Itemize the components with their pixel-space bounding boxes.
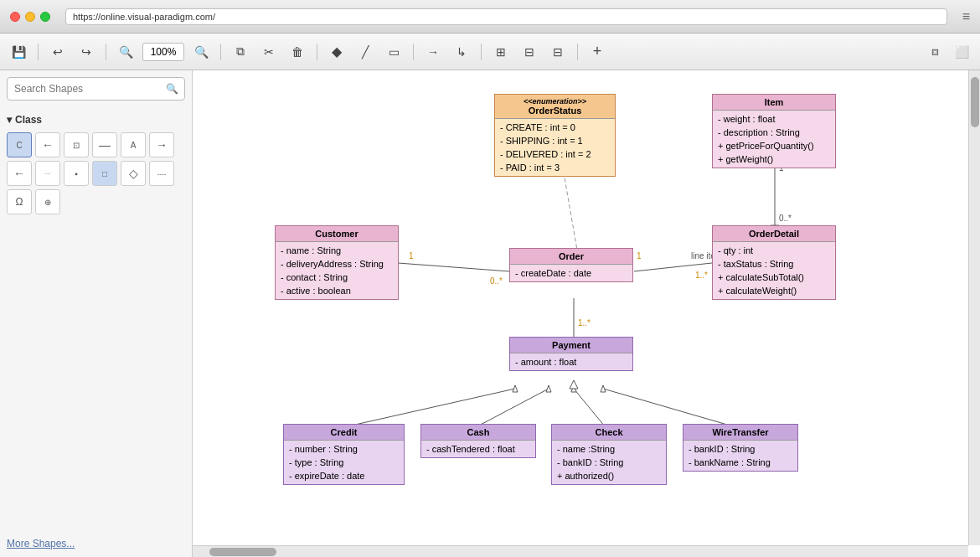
chk-attr-2: - bankID : String xyxy=(557,456,661,469)
order-body: - createDate : date xyxy=(510,265,632,281)
elbow-arrow-button[interactable]: ↳ xyxy=(450,40,473,64)
add-button[interactable]: + xyxy=(585,40,609,64)
item-body: - weight : float - description : String … xyxy=(713,111,835,168)
wire-transfer-header: WireTransfer xyxy=(683,425,797,441)
wt-attr-2: - bankName : String xyxy=(689,456,792,469)
shape-inherit[interactable]: ← xyxy=(35,132,60,157)
svg-marker-17 xyxy=(513,385,518,392)
od-attr-1: - qty : int xyxy=(718,244,830,257)
scrollbar-vertical[interactable] xyxy=(968,70,980,545)
shape-omega[interactable]: Ω xyxy=(7,189,32,214)
svg-marker-21 xyxy=(571,385,576,392)
cr-attr-1: - number : String xyxy=(289,442,399,456)
url-text: https://online.visual-paradigm.com/ xyxy=(73,12,215,22)
class-label: Class xyxy=(15,114,42,126)
copy-button[interactable]: ⧉ xyxy=(229,40,252,64)
shape-dots-h[interactable]: ··· xyxy=(35,161,60,186)
cust-attr-4: - active : boolean xyxy=(281,284,393,297)
shape-class[interactable]: C xyxy=(7,132,32,157)
wire-transfer-body: - bankID : String - bankName : String xyxy=(683,441,797,471)
url-bar[interactable]: https://online.visual-paradigm.com/ xyxy=(65,8,947,25)
undo-button[interactable]: ↩ xyxy=(46,40,70,64)
rect-button[interactable]: ▭ xyxy=(382,40,405,64)
cash-class[interactable]: Cash - cashTendered : float xyxy=(420,424,536,458)
shape-dashed[interactable]: ---- xyxy=(149,161,174,186)
wire-transfer-class[interactable]: WireTransfer - bankID : String - bankNam… xyxy=(683,424,798,472)
cut-button[interactable]: ✂ xyxy=(257,40,281,64)
order-header: Order xyxy=(510,249,632,265)
od-attr-3: + calculateSubTotal() xyxy=(718,271,830,284)
group-button[interactable]: ⊞ xyxy=(489,40,513,64)
minimize-button[interactable] xyxy=(25,12,35,22)
separator xyxy=(106,44,106,60)
more-shapes-link[interactable]: More Shapes... xyxy=(7,538,75,549)
od-attr-4: + calculateWeight() xyxy=(718,284,830,297)
zoom-input[interactable]: 100% xyxy=(142,43,184,61)
order-status-class[interactable]: <<enumeration>> OrderStatus - CREATE : i… xyxy=(494,94,616,177)
panel-button[interactable]: ⧈ xyxy=(923,40,946,64)
cash-attr-1: - cashTendered : float xyxy=(426,442,530,456)
check-class[interactable]: Check - name :String - bankID : String +… xyxy=(551,424,667,485)
chk-attr-1: - name :String xyxy=(557,442,661,456)
customer-class[interactable]: Customer - name : String - deliveryAddre… xyxy=(275,225,399,300)
svg-text:1..*: 1..* xyxy=(695,271,708,280)
item-class[interactable]: Item - weight : float - description : St… xyxy=(712,94,836,168)
fullscreen-btn[interactable]: ⬜ xyxy=(950,40,973,64)
menu-icon[interactable]: ≡ xyxy=(962,9,970,24)
shape-text[interactable]: ⊡ xyxy=(64,132,89,157)
wt-attr-1: - bankID : String xyxy=(689,442,792,456)
shape-box-sm[interactable]: ▪ xyxy=(64,161,89,186)
cash-body: - cashTendered : float xyxy=(421,441,535,457)
payment-class[interactable]: Payment - amount : float xyxy=(509,337,633,371)
ungroup-button[interactable]: ⊟ xyxy=(518,40,541,64)
svg-marker-23 xyxy=(601,385,606,392)
svg-text:1: 1 xyxy=(409,251,414,260)
shape-box-lg[interactable]: □ xyxy=(92,161,117,186)
save-button[interactable]: 💾 xyxy=(7,40,30,64)
svg-marker-24 xyxy=(570,380,578,389)
order-detail-class[interactable]: OrderDetail - qty : int - taxStatus : St… xyxy=(712,225,836,300)
order-attr-1: - createDate : date xyxy=(515,266,627,280)
zoom-out-button[interactable]: 🔍 xyxy=(114,40,137,64)
toolbar: 💾 ↩ ↪ 🔍 100% 🔍 ⧉ ✂ 🗑 ◆ ╱ ▭ → ↳ ⊞ ⊟ ⊟ + ⧈… xyxy=(0,34,980,70)
cust-attr-3: - contact : String xyxy=(281,271,393,284)
collapse-icon: ▾ xyxy=(7,114,12,126)
search-icon: 🔍 xyxy=(166,83,178,95)
customer-header: Customer xyxy=(276,226,398,242)
arrow-button[interactable]: → xyxy=(421,40,445,64)
credit-body: - number : String - type : String - expi… xyxy=(284,441,404,484)
redo-button[interactable]: ↪ xyxy=(75,40,98,64)
line-button[interactable]: ╱ xyxy=(353,40,377,64)
close-button[interactable] xyxy=(10,12,20,22)
order-class[interactable]: Order - createDate : date xyxy=(509,248,633,282)
shape-crosshair[interactable]: ⊕ xyxy=(35,189,60,214)
search-wrap: 🔍 xyxy=(7,77,185,101)
zoom-in-button[interactable]: 🔍 xyxy=(189,40,213,64)
svg-line-16 xyxy=(348,389,515,426)
fill-button[interactable]: ◆ xyxy=(325,40,348,64)
shape-arrow-right[interactable]: → xyxy=(149,132,174,157)
order-status-name: OrderStatus xyxy=(500,106,610,116)
canvas-area[interactable]: 1 1 0..* 1 0..* 1 line item 1..* xyxy=(193,70,980,557)
traffic-lights xyxy=(10,12,50,22)
delete-button[interactable]: 🗑 xyxy=(286,40,309,64)
shape-line[interactable]: — xyxy=(92,132,117,157)
cr-attr-2: - type : String xyxy=(289,456,399,469)
cash-header: Cash xyxy=(421,425,535,441)
os-attr-1: - CREATE : int = 0 xyxy=(500,121,610,134)
class-header[interactable]: ▾ Class xyxy=(7,111,185,129)
shape-diamond[interactable]: ◇ xyxy=(121,161,146,186)
fullscreen-button[interactable] xyxy=(40,12,50,22)
payment-body: - amount : float xyxy=(510,353,632,370)
customer-body: - name : String - deliveryAddress : Stri… xyxy=(276,242,398,299)
shape-arrow-left[interactable]: ← xyxy=(7,161,32,186)
search-input[interactable] xyxy=(7,77,185,101)
align-button[interactable]: ⊟ xyxy=(546,40,570,64)
scrollbar-horizontal[interactable] xyxy=(193,545,968,557)
credit-class[interactable]: Credit - number : String - type : String… xyxy=(283,424,405,485)
order-status-header: <<enumeration>> OrderStatus xyxy=(495,95,615,119)
separator xyxy=(317,44,317,60)
sidebar: 🔍 ▾ Class C ← ⊡ — A → ← ··· ▪ □ ◇ ---- Ω xyxy=(0,70,193,557)
shape-note[interactable]: A xyxy=(121,132,146,157)
shape-grid: C ← ⊡ — A → ← ··· ▪ □ ◇ ---- Ω ⊕ xyxy=(7,129,185,218)
